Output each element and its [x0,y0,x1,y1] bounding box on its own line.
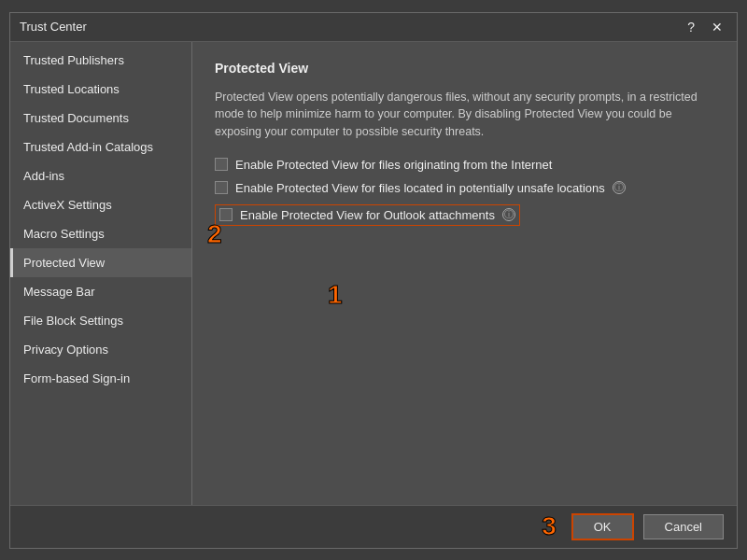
checkbox-row-unsafe: Enable Protected View for files located … [215,181,714,195]
sidebar-item-message-bar[interactable]: Message Bar [10,277,191,306]
footer: 3 OK Cancel [10,505,737,548]
title-controls: ? ✕ [683,19,727,35]
sidebar-item-trusted-documents[interactable]: Trusted Documents [10,104,191,133]
main-content: Protected View Protected View opens pote… [192,42,737,505]
info-icon-outlook[interactable]: ⓘ [502,208,515,221]
checkbox-internet-files[interactable] [215,158,228,171]
description-text: Protected View opens potentially dangero… [215,89,714,141]
annotation-1: 1 [328,280,343,310]
section-title: Protected View [215,61,714,76]
info-icon-unsafe[interactable]: ⓘ [613,181,626,194]
sidebar-item-form-based-sign-in[interactable]: Form-based Sign-in [10,364,191,393]
sidebar-item-add-ins[interactable]: Add-ins [10,161,191,190]
checkbox-label-internet: Enable Protected View for files originat… [235,158,552,172]
dialog-title: Trust Center [20,20,87,34]
sidebar-item-trusted-addin-catalogs[interactable]: Trusted Add-in Catalogs [10,133,191,161]
checkbox-outlook-attachments[interactable] [219,208,233,221]
sidebar-item-trusted-publishers[interactable]: Trusted Publishers [10,46,191,75]
sidebar-item-file-block-settings[interactable]: File Block Settings [10,306,191,335]
title-bar: Trust Center ? ✕ [10,13,737,42]
dialog-body: Trusted Publishers Trusted Locations Tru… [10,42,737,505]
title-bar-left: Trust Center [20,20,87,34]
checkbox-label-unsafe: Enable Protected View for files located … [235,181,605,195]
checkbox-unsafe-locations[interactable] [215,181,228,194]
help-button[interactable]: ? [683,19,699,35]
sidebar-item-privacy-options[interactable]: Privacy Options [10,335,191,364]
cancel-button[interactable]: Cancel [643,514,724,539]
sidebar-item-protected-view[interactable]: Protected View [10,248,191,277]
sidebar: Trusted Publishers Trusted Locations Tru… [10,42,192,505]
checkbox-row-outlook: Enable Protected View for Outlook attach… [215,204,520,226]
sidebar-item-activex-settings[interactable]: ActiveX Settings [10,190,191,219]
annotation-3: 3 [542,513,557,539]
ok-button[interactable]: OK [571,513,634,540]
checkbox-row-internet: Enable Protected View for files originat… [215,158,714,172]
sidebar-item-trusted-locations[interactable]: Trusted Locations [10,75,191,104]
close-button[interactable]: ✕ [707,19,727,35]
trust-center-dialog: Trust Center ? ✕ Trusted Publishers Trus… [9,12,738,549]
sidebar-item-macro-settings[interactable]: Macro Settings [10,219,191,248]
checkbox-label-outlook: Enable Protected View for Outlook attach… [240,208,495,222]
